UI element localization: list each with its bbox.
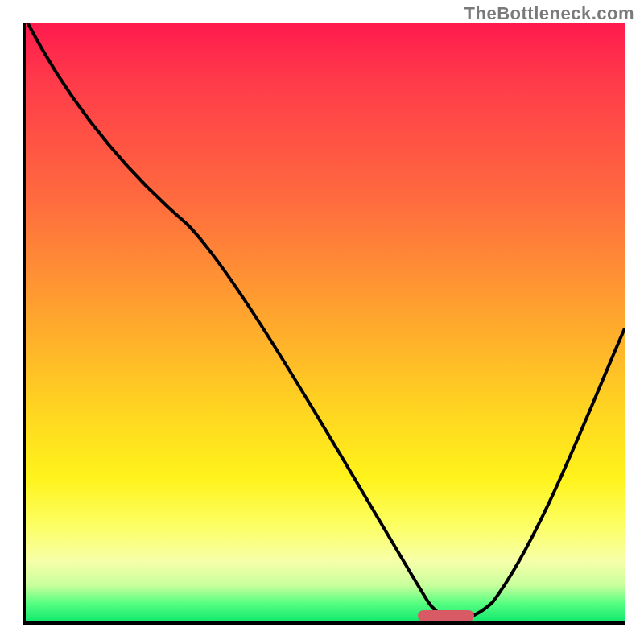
optimal-range-marker: [418, 610, 474, 621]
watermark-text: TheBottleneck.com: [464, 3, 634, 24]
chart-plot-area: [23, 23, 625, 625]
bottleneck-curve-line: [26, 23, 625, 621]
